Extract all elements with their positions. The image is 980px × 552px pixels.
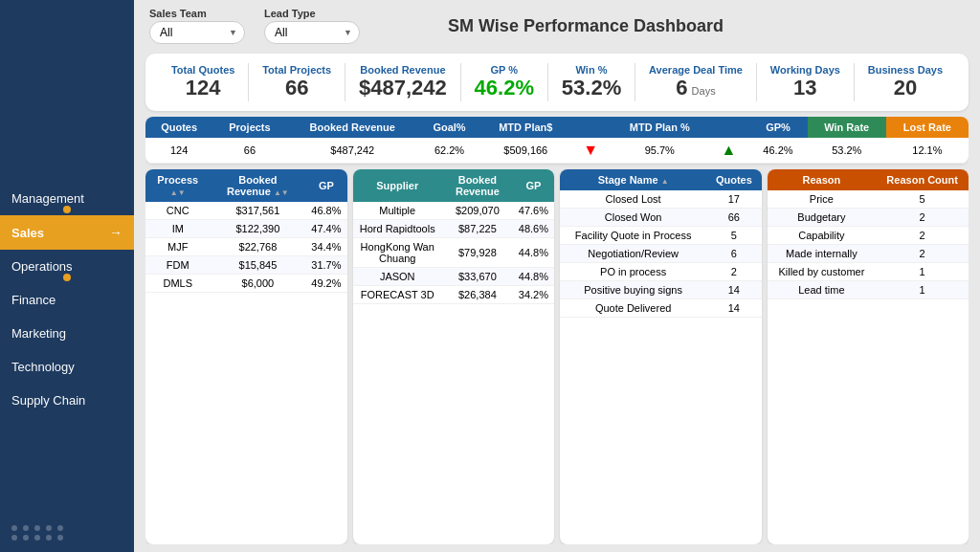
- sidebar-item-operations[interactable]: Operations: [0, 250, 134, 283]
- stage-name: PO in process: [560, 263, 706, 281]
- kpi-avg-deal-time: Average Deal Time 6 Days: [641, 64, 750, 100]
- sales-team-select[interactable]: All: [149, 21, 245, 44]
- sidebar-item-label: Technology: [11, 360, 75, 374]
- reason-name: Budgetary: [768, 209, 877, 227]
- kpi-booked-revenue: Booked Revenue $487,242: [351, 64, 455, 100]
- stage-quotes: 17: [706, 190, 761, 209]
- process-revenue: $22,768: [211, 238, 306, 256]
- col-reason-count: Reason Count: [876, 169, 969, 190]
- stage-header-row: Stage Name ▲ Quotes: [560, 169, 762, 190]
- kpi-divider-7: [854, 63, 855, 101]
- col-process-gp: GP: [305, 169, 346, 202]
- col-reason: Reason: [768, 169, 877, 190]
- lead-type-label: Lead Type: [264, 8, 360, 19]
- kpi-divider-5: [635, 63, 635, 101]
- reason-table-body: Price5Budgetary2Capability2Made internal…: [768, 190, 969, 299]
- reason-count: 1: [876, 281, 969, 299]
- table-row: Hord Rapidtools$87,22548.6%: [353, 220, 555, 238]
- kpi-avg-deal-value: 6: [676, 76, 687, 100]
- process-gp: 31.7%: [305, 256, 346, 275]
- kpi-gp-label: GP %: [475, 64, 534, 76]
- summary-lost-rate: 12.1%: [886, 138, 969, 164]
- main-content: Sales Team All Lead Type All SM Wise Per…: [134, 0, 980, 552]
- table-row: PO in process2: [560, 263, 762, 281]
- process-gp: 46.8%: [305, 202, 346, 220]
- kpi-total-projects-label: Total Projects: [262, 64, 331, 76]
- reason-header-row: Reason Reason Count: [768, 169, 969, 190]
- summary-mtd: $509,166: [480, 138, 570, 164]
- sidebar-item-sales[interactable]: Sales →: [0, 215, 134, 250]
- process-table-body: CNC$317,56146.8%IM$122,39047.4%MJF$22,76…: [145, 202, 347, 293]
- summary-quotes: 124: [145, 138, 212, 164]
- lead-type-wrapper[interactable]: All: [264, 21, 360, 44]
- reason-name: Made internally: [768, 245, 877, 263]
- table-row: Lead time1: [768, 281, 969, 299]
- reason-count: 2: [876, 227, 969, 245]
- header: Sales Team All Lead Type All SM Wise Per…: [134, 0, 980, 48]
- stage-name: Closed Lost: [560, 190, 706, 209]
- kpi-booked-revenue-label: Booked Revenue: [359, 64, 447, 76]
- supplier-name: HongKong Wan Chuang: [353, 238, 442, 268]
- summary-gp: 46.2%: [748, 138, 808, 164]
- decorative-dots: [0, 525, 77, 541]
- table-row: Capability2: [768, 227, 969, 245]
- kpi-divider: [248, 63, 249, 101]
- supplier-gp: 44.8%: [513, 268, 554, 286]
- table-row: MJF$22,76834.4%: [145, 238, 347, 256]
- col-goal-pct: Goal%: [418, 117, 480, 138]
- sidebar-item-finance[interactable]: Finance: [0, 283, 134, 317]
- stage-quotes: 14: [706, 281, 761, 299]
- process-revenue: $6,000: [211, 275, 306, 293]
- tables-area: Quotes Projects Booked Revenue Goal% MTD…: [145, 117, 969, 544]
- supplier-gp: 47.6%: [513, 202, 554, 220]
- kpi-row: Total Quotes 124 Total Projects 66 Booke…: [145, 54, 969, 111]
- supplier-revenue: $79,928: [442, 238, 513, 268]
- summary-mtd-pct: 95.7%: [611, 138, 709, 164]
- process-revenue: $122,390: [211, 220, 306, 238]
- process-revenue: $317,561: [211, 202, 306, 220]
- page-title: SM Wise Performance Dashboard: [379, 16, 965, 36]
- kpi-working-days-value: 13: [770, 76, 840, 100]
- col-booked-revenue: Booked Revenue: [287, 117, 418, 138]
- process-gp: 34.4%: [305, 238, 346, 256]
- summary-header-row: Quotes Projects Booked Revenue Goal% MTD…: [145, 117, 969, 138]
- table-row: FDM$15,84531.7%: [145, 256, 347, 275]
- reason-count: 1: [876, 263, 969, 281]
- up-arrow-icon: ▲: [722, 142, 737, 158]
- table-row: Made internally2: [768, 245, 969, 263]
- supplier-gp: 44.8%: [513, 238, 554, 268]
- sidebar-item-label: Management: [11, 191, 84, 206]
- supplier-gp: 48.6%: [513, 220, 554, 238]
- process-table: Process ▲▼ Booked Revenue ▲▼ GP CNC$317,…: [145, 169, 347, 293]
- supplier-table: Supplier Booked Revenue GP Multiple$209,…: [353, 169, 555, 304]
- sidebar-item-technology[interactable]: Technology: [0, 350, 134, 384]
- sidebar-item-marketing[interactable]: Marketing: [0, 317, 134, 350]
- lead-type-select[interactable]: All: [264, 21, 360, 44]
- kpi-working-days-label: Working Days: [770, 64, 840, 76]
- sidebar-item-supply-chain[interactable]: Supply Chain: [0, 384, 134, 417]
- kpi-avg-deal-unit: Days: [692, 85, 716, 97]
- kpi-win-value: 53.2%: [562, 76, 621, 100]
- kpi-total-projects-value: 66: [262, 76, 331, 100]
- supplier-revenue: $209,070: [442, 202, 513, 220]
- supplier-header-row: Supplier Booked Revenue GP: [353, 169, 555, 202]
- col-mtd-pct-icon: [709, 117, 748, 138]
- sidebar-item-management[interactable]: Management: [0, 182, 134, 215]
- supplier-table-wrap: Supplier Booked Revenue GP Multiple$209,…: [353, 169, 555, 544]
- stage-quotes: 6: [706, 245, 761, 263]
- sidebar-dot: [63, 274, 71, 281]
- stage-table: Stage Name ▲ Quotes Closed Lost17Closed …: [560, 169, 762, 318]
- kpi-business-days-value: 20: [868, 76, 943, 100]
- bottom-tables: Process ▲▼ Booked Revenue ▲▼ GP CNC$317,…: [145, 169, 969, 544]
- sales-team-wrapper[interactable]: All: [149, 21, 245, 44]
- reason-table-wrap: Reason Reason Count Price5Budgetary2Capa…: [768, 169, 969, 544]
- kpi-business-days-label: Business Days: [868, 64, 943, 76]
- supplier-name: JASON: [353, 268, 442, 286]
- stage-name: Quote Delivered: [560, 299, 706, 318]
- table-row: Quote Delivered14: [560, 299, 762, 318]
- reason-count: 2: [876, 245, 969, 263]
- process-name: MJF: [145, 238, 211, 256]
- kpi-working-days: Working Days 13: [763, 64, 848, 100]
- supplier-name: Multiple: [353, 202, 442, 220]
- col-mtd-plan: MTD Plan$: [480, 117, 570, 138]
